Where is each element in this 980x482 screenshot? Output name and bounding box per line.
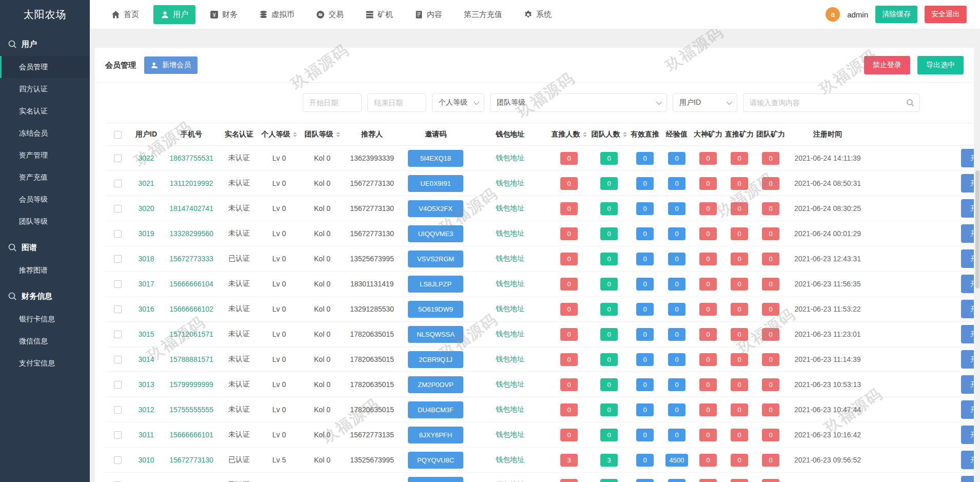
personal-level-select[interactable]: 个人等级: [432, 93, 484, 112]
sidebar-item-支付宝信息[interactable]: 支付宝信息: [0, 352, 90, 374]
sidebar-section-title[interactable]: 财务信息: [0, 284, 90, 308]
enable-button[interactable]: 开启: [961, 249, 974, 268]
nav-item-第三方充值[interactable]: 第三方充值: [457, 5, 509, 24]
row-checkbox[interactable]: [114, 180, 122, 187]
wallet-address-link[interactable]: 钱包地址: [496, 179, 524, 187]
logout-button[interactable]: 安全退出: [925, 6, 967, 23]
sidebar-item-冻结会员[interactable]: 冻结会员: [0, 122, 90, 144]
wallet-address-link[interactable]: 钱包地址: [496, 279, 524, 287]
nav-item-内容[interactable]: 内容: [407, 5, 449, 24]
column-header-团队人数[interactable]: 团队人数: [590, 123, 629, 146]
sidebar-item-四方认证[interactable]: 四方认证: [0, 78, 90, 100]
invite-code-button[interactable]: NLSQWSSA: [408, 326, 463, 343]
invite-code-button[interactable]: V4O5X2FX: [408, 200, 463, 217]
row-checkbox[interactable]: [114, 280, 122, 288]
sidebar-item-银行卡信息[interactable]: 银行卡信息: [0, 308, 90, 330]
enable-button[interactable]: 开启: [961, 476, 974, 482]
wallet-address-link[interactable]: 钱包地址: [496, 204, 524, 212]
enable-button[interactable]: 开启: [961, 300, 974, 318]
invite-code-button[interactable]: ZM2P0OVP: [408, 376, 463, 393]
clear-cache-button[interactable]: 清除缓存: [875, 6, 917, 23]
export-selected-button[interactable]: 导出选中: [917, 56, 964, 74]
row-checkbox[interactable]: [114, 230, 122, 238]
enable-button[interactable]: 开启: [961, 174, 974, 192]
nav-item-财务[interactable]: ¥财务: [203, 5, 245, 24]
sort-icon[interactable]: [293, 132, 297, 137]
wallet-address-link[interactable]: 钱包地址: [496, 153, 524, 162]
wallet-address-link[interactable]: 钱包地址: [496, 405, 524, 413]
sort-icon[interactable]: [583, 132, 587, 137]
invite-code-button[interactable]: UE0X9I91: [408, 175, 463, 192]
enable-button[interactable]: 开启: [961, 149, 974, 167]
column-header-团队等级[interactable]: 团队等级: [300, 123, 344, 146]
sidebar-item-团队等级[interactable]: 团队等级: [0, 210, 90, 233]
add-member-button[interactable]: 新增会员: [144, 56, 198, 74]
enable-button[interactable]: 开启: [961, 451, 974, 469]
search-input[interactable]: [743, 93, 920, 112]
enable-button[interactable]: 开启: [961, 224, 974, 243]
scrollbar-thumb[interactable]: [975, 170, 979, 288]
invite-code-button[interactable]: K2HLH20J: [408, 477, 463, 482]
enable-button[interactable]: 开启: [961, 275, 974, 293]
vertical-scrollbar[interactable]: [975, 169, 980, 481]
sidebar-section-title[interactable]: 图谱: [0, 236, 90, 259]
invite-code-button[interactable]: LS8JLPZP: [408, 276, 463, 293]
row-checkbox[interactable]: [114, 155, 122, 162]
wallet-address-link[interactable]: 钱包地址: [496, 355, 524, 363]
search-icon[interactable]: [906, 99, 914, 107]
row-checkbox[interactable]: [114, 205, 122, 213]
wallet-address-link[interactable]: 钱包地址: [496, 254, 524, 262]
row-checkbox[interactable]: [114, 381, 122, 389]
sidebar-item-实名认证[interactable]: 实名认证: [0, 100, 90, 122]
start-date-input[interactable]: [303, 93, 362, 112]
sidebar-item-资产管理[interactable]: 资产管理: [0, 144, 90, 166]
wallet-address-link[interactable]: 钱包地址: [496, 304, 524, 313]
wallet-address-link[interactable]: 钱包地址: [496, 455, 524, 464]
enable-button[interactable]: 开启: [961, 199, 974, 218]
sidebar-item-推荐图谱[interactable]: 推荐图谱: [0, 259, 90, 281]
admin-username[interactable]: admin: [847, 10, 868, 19]
invite-code-button[interactable]: 8JXY6PFH: [408, 427, 463, 444]
sidebar-item-会员等级[interactable]: 会员等级: [0, 188, 90, 210]
select-all-checkbox[interactable]: [114, 131, 122, 139]
row-checkbox[interactable]: [114, 406, 122, 414]
invite-code-button[interactable]: 5O619DW9: [408, 301, 463, 318]
row-checkbox[interactable]: [114, 331, 122, 338]
enable-button[interactable]: 开启: [961, 350, 974, 369]
forbid-login-button[interactable]: 禁止登录: [864, 56, 910, 74]
invite-code-button[interactable]: VSVS2RGM: [408, 250, 463, 267]
row-checkbox[interactable]: [114, 431, 122, 439]
invite-code-button[interactable]: 2CBR9Q1J: [408, 351, 463, 368]
wallet-address-link[interactable]: 钱包地址: [496, 430, 524, 438]
row-checkbox[interactable]: [114, 305, 122, 313]
nav-item-交易[interactable]: 交易: [309, 5, 351, 24]
column-header-个人等级[interactable]: 个人等级: [258, 123, 300, 146]
invite-code-button[interactable]: PQYQVU8C: [408, 452, 463, 469]
sort-icon[interactable]: [336, 132, 340, 137]
nav-item-矿机[interactable]: 矿机: [358, 5, 400, 24]
enable-button[interactable]: 开启: [961, 325, 974, 343]
nav-item-系统[interactable]: 系统: [517, 5, 559, 24]
team-level-select[interactable]: 团队等级: [490, 93, 667, 112]
end-date-input[interactable]: [367, 93, 426, 112]
avatar[interactable]: a: [826, 7, 840, 22]
sort-icon[interactable]: [623, 132, 627, 137]
row-checkbox[interactable]: [114, 255, 122, 263]
sidebar-section-title[interactable]: 用户: [0, 32, 90, 56]
row-checkbox[interactable]: [114, 456, 122, 464]
nav-item-虚拟币[interactable]: 虚拟币: [252, 5, 302, 24]
sidebar-item-会员管理[interactable]: 会员管理: [0, 56, 90, 78]
sidebar-item-资产充值[interactable]: 资产充值: [0, 166, 90, 188]
invite-code-button[interactable]: DU4BCM3F: [408, 401, 463, 418]
row-checkbox[interactable]: [114, 356, 122, 363]
nav-item-首页[interactable]: 首页: [104, 5, 146, 24]
sidebar-item-微信信息[interactable]: 微信信息: [0, 330, 90, 352]
wallet-address-link[interactable]: 钱包地址: [496, 330, 524, 338]
enable-button[interactable]: 开启: [961, 400, 974, 419]
wallet-address-link[interactable]: 钱包地址: [496, 229, 524, 237]
enable-button[interactable]: 开启: [961, 375, 974, 394]
column-header-直推人数[interactable]: 直推人数: [548, 123, 590, 146]
nav-item-用户[interactable]: 用户: [153, 5, 195, 24]
user-id-select[interactable]: 用户ID: [673, 93, 737, 112]
invite-code-button[interactable]: 5I4EXQ18: [408, 150, 463, 167]
